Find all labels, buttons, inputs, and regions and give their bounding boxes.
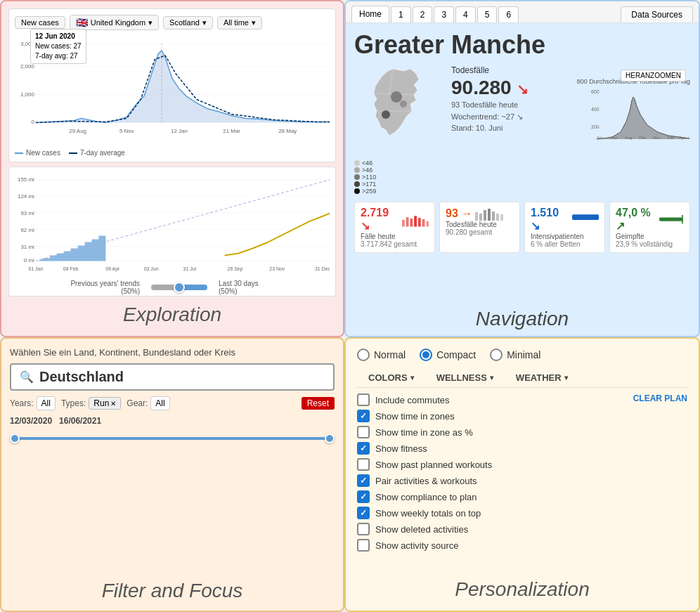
- svg-rect-61: [426, 221, 429, 226]
- svg-rect-59: [418, 218, 421, 226]
- checkbox-include-commutes-box[interactable]: [357, 393, 370, 406]
- bottom-chart: 155 mi 124 mi 93 mi 62 mi 31 mi 0 mi 01 …: [8, 167, 336, 297]
- years-filter: Years: All: [10, 396, 56, 410]
- time-dropdown[interactable]: All time ▾: [217, 16, 262, 30]
- checkbox-weekly-totals[interactable]: Show weekly totals on top: [357, 507, 687, 519]
- radio-compact[interactable]: Compact: [420, 349, 476, 361]
- svg-text:5 Nov: 5 Nov: [119, 128, 134, 134]
- checkbox-show-time-percent[interactable]: Show time in zone as %: [357, 426, 687, 438]
- svg-text:12 Jan: 12 Jan: [171, 128, 188, 134]
- tab-5[interactable]: 5: [477, 6, 498, 22]
- slider-thumb-left[interactable]: [10, 434, 20, 443]
- radio-minimal[interactable]: Minimal: [490, 349, 540, 361]
- checkbox-deleted-box[interactable]: [357, 523, 370, 535]
- svg-text:23 Nov: 23 Nov: [269, 266, 285, 271]
- svg-text:124 mi: 124 mi: [18, 193, 34, 200]
- checkbox-past-planned[interactable]: Show past planned workouts: [357, 458, 687, 471]
- checkbox-show-fitness[interactable]: Show fitness: [357, 442, 687, 455]
- card-deaths: 93 → Todesfälle heute 90.280 gesamt: [439, 202, 520, 253]
- checkbox-past-planned-box[interactable]: [357, 458, 370, 471]
- tab-6[interactable]: 6: [498, 6, 519, 22]
- checkbox-show-fitness-box[interactable]: [357, 442, 370, 455]
- clear-plan-button[interactable]: CLEAR PLAN: [633, 393, 687, 403]
- svg-text:Apr: Apr: [679, 136, 685, 140]
- top-chart: New cases 🇬🇧 United Kingdom ▾ Scotland ▾…: [8, 8, 336, 162]
- menu-colors[interactable]: COLORS ▾: [357, 368, 425, 387]
- svg-rect-68: [500, 214, 503, 221]
- svg-rect-67: [496, 214, 499, 221]
- card-cases: 2.719 ↘ Fälle heute 3.717.842 gesamt: [354, 202, 435, 253]
- trend-slider[interactable]: [151, 285, 207, 290]
- nav-content: Greater Manche: [346, 23, 699, 302]
- svg-text:28 May: 28 May: [278, 128, 297, 134]
- tab-home[interactable]: Home: [351, 6, 389, 22]
- date-range-row: 12/03/2020 16/06/2021: [10, 416, 335, 426]
- svg-rect-60: [422, 219, 424, 226]
- svg-rect-55: [402, 220, 405, 227]
- svg-text:Jun: Jun: [611, 136, 618, 140]
- reset-button[interactable]: Reset: [302, 397, 335, 410]
- checkbox-compliance-box[interactable]: [357, 490, 370, 503]
- date-slider[interactable]: [10, 431, 335, 445]
- zoom-button[interactable]: HERANZOOMEN: [621, 70, 686, 82]
- settings-list: CLEAR PLAN Include commutes Show time in…: [357, 393, 687, 552]
- checkbox-deleted[interactable]: Show deleted activities: [357, 523, 687, 535]
- region-dropdown[interactable]: Scotland ▾: [163, 16, 213, 30]
- checkbox-pair-activities-box[interactable]: [357, 474, 370, 487]
- svg-text:Ju: Ju: [688, 136, 689, 140]
- search-box[interactable]: 🔍 Deutschland: [10, 363, 335, 391]
- tab-2[interactable]: 2: [413, 6, 433, 22]
- svg-point-39: [400, 100, 407, 108]
- svg-text:31 Jul: 31 Jul: [183, 266, 197, 271]
- nav-map: <46 >46 >110 >171: [354, 65, 446, 195]
- svg-text:08 Feb: 08 Feb: [63, 266, 79, 271]
- years-input[interactable]: All: [37, 396, 56, 410]
- svg-text:Dez: Dez: [653, 136, 661, 140]
- svg-text:29 Aug: 29 Aug: [69, 128, 86, 134]
- svg-text:Apr: Apr: [597, 136, 603, 140]
- metric-dropdown[interactable]: New cases: [15, 16, 65, 29]
- date-to: 16/06/2021: [59, 416, 101, 426]
- checkbox-activity-source-box[interactable]: [357, 539, 370, 552]
- card-icu: 1.510 ↘ Intensivpatienten 6 % aller Bett…: [524, 202, 605, 253]
- location-prompt: Wählen Sie ein Land, Kontinent, Bundesla…: [10, 347, 335, 358]
- svg-point-38: [382, 110, 390, 119]
- navigation-panel: Home 1 2 3 4 5 6 Data Sources Greater Ma…: [344, 0, 700, 337]
- gear-filter: Gear: All: [127, 396, 169, 410]
- checkbox-weekly-totals-box[interactable]: [357, 507, 370, 519]
- checkbox-show-time-zones[interactable]: Show time in zones: [357, 410, 687, 422]
- checkbox-show-time-zones-box[interactable]: [357, 410, 370, 422]
- svg-text:155 mi: 155 mi: [18, 176, 34, 183]
- checkbox-show-time-percent-box[interactable]: [357, 426, 370, 438]
- svg-text:1,000: 1,000: [20, 91, 34, 98]
- types-tag[interactable]: Run ✕: [89, 397, 121, 410]
- tab-4[interactable]: 4: [455, 6, 476, 22]
- svg-rect-69: [572, 214, 599, 220]
- svg-text:400: 400: [591, 107, 599, 112]
- svg-text:93 mi: 93 mi: [20, 209, 34, 216]
- gear-input[interactable]: All: [150, 396, 169, 410]
- country-dropdown[interactable]: 🇬🇧 United Kingdom ▾: [70, 15, 159, 30]
- checkbox-pair-activities[interactable]: Pair activities & workouts: [357, 474, 687, 487]
- svg-rect-66: [492, 211, 495, 221]
- checkbox-compliance[interactable]: Show compliance to plan: [357, 490, 687, 503]
- menu-weather[interactable]: WEATHER ▾: [505, 368, 579, 387]
- nav-main-deaths: Todesfälle 90.280 ↘ 93 Todesfälle heute …: [451, 65, 571, 195]
- nav-cards: 2.719 ↘ Fälle heute 3.717.842 gesamt: [354, 202, 690, 253]
- exploration-panel: New cases 🇬🇧 United Kingdom ▾ Scotland ▾…: [0, 0, 344, 337]
- personalization-panel: Normal Compact Minimal COLORS ▾ WELLNESS…: [344, 337, 700, 612]
- slider-thumb-right[interactable]: [325, 434, 335, 443]
- svg-text:600: 600: [591, 89, 599, 94]
- svg-rect-63: [479, 214, 482, 221]
- menu-wellness[interactable]: WELLNESS ▾: [425, 368, 505, 387]
- nav-tab-bar: Home 1 2 3 4 5 6 Data Sources: [346, 1, 699, 23]
- checkbox-activity-source[interactable]: Show activity source: [357, 539, 687, 552]
- tab-data-sources[interactable]: Data Sources: [621, 6, 693, 22]
- map-legend: <46 >46 >110 >171: [354, 159, 446, 195]
- tab-3[interactable]: 3: [434, 6, 454, 22]
- tab-1[interactable]: 1: [391, 6, 411, 22]
- svg-rect-64: [484, 210, 486, 221]
- svg-text:06 Apr: 06 Apr: [105, 266, 120, 272]
- radio-normal[interactable]: Normal: [357, 349, 406, 361]
- svg-text:2,000: 2,000: [20, 63, 34, 70]
